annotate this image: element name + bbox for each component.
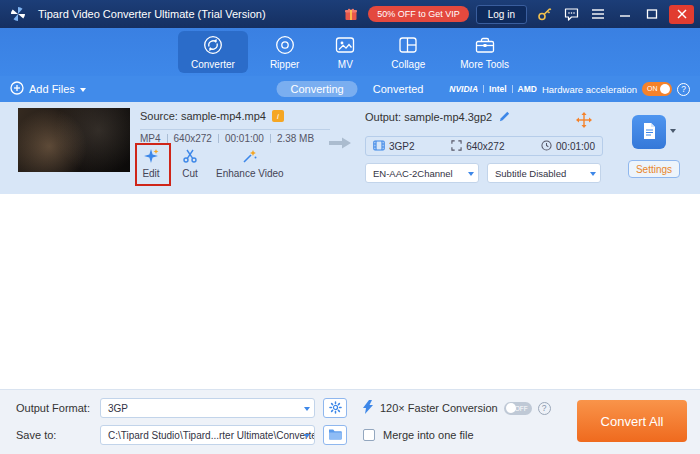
folder-icon [328,428,342,442]
divider [140,129,330,130]
lightning-icon [363,400,374,416]
tab-converting[interactable]: Converting [277,81,358,97]
resolution-segment: 640x272 [451,140,504,153]
output-duration-text: 00:01:00 [556,141,595,152]
source-filename: Source: sample-mp4.mp4 [140,110,266,122]
close-button[interactable] [669,5,694,24]
file-list-area [0,194,700,389]
gift-icon[interactable] [341,5,361,24]
chevron-down-icon [304,407,310,414]
tab-converted[interactable]: Converted [373,83,424,95]
profile-caret-icon[interactable] [670,129,676,136]
meta-duration: 00:01:00 [225,133,264,144]
app-logo-icon [8,5,28,24]
tab-label: MV [338,59,353,70]
maximize-button[interactable] [642,5,662,24]
cut-button[interactable]: Cut [177,148,203,179]
edit-star-icon [143,148,159,166]
subtitle-value: Subtitle Disabled [495,168,566,179]
meta-size: 2.38 MB [277,133,314,144]
app-window: Tipard Video Converter Ultimate (Trial V… [0,0,700,454]
output-resolution-text: 640x272 [466,141,504,152]
minimize-button[interactable] [615,5,635,24]
enhance-label: Enhance Video [216,168,284,179]
move-icon[interactable] [576,112,592,130]
format-settings-button[interactable] [323,398,347,418]
help-icon[interactable]: ? [677,83,690,96]
edit-button[interactable]: Edit [138,148,164,179]
faster-conversion-label: 120× Faster Conversion [380,402,498,414]
add-files-button[interactable]: Add Files [10,81,86,97]
format-segment: 3GP2 [373,140,415,153]
expand-icon [451,140,462,153]
clock-icon [541,140,552,153]
divider [512,85,513,93]
meta-resolution: 640x272 [174,133,212,144]
open-folder-button[interactable] [323,425,347,445]
tab-mv[interactable]: MV [321,31,369,73]
output-format-select[interactable]: 3GP [100,398,315,418]
login-button[interactable]: Log in [476,5,527,24]
merge-label: Merge into one file [383,429,474,441]
toggle-off-label: OFF [515,405,528,412]
toggle-on-label: ON [647,85,658,92]
convert-all-button[interactable]: Convert All [577,400,687,442]
hw-accel-toggle[interactable]: ON [642,82,672,96]
tab-converter[interactable]: Converter [178,31,248,73]
toolbox-icon [474,34,496,58]
window-title: Tipard Video Converter Ultimate (Trial V… [38,8,266,20]
promo-badge[interactable]: 50% OFF to Get VIP [368,6,469,22]
amd-label: AMD [518,84,537,94]
hardware-acceleration-group: NVIDIA Intel AMD Hardware acceleration O… [449,82,690,96]
tab-label: More Tools [460,59,509,70]
faster-conversion-toggle[interactable]: OFF [504,402,532,415]
audio-track-select[interactable]: EN-AAC-2Channel [365,163,479,183]
meta-format: MP4 [140,133,161,144]
output-filename: Output: sample-mp4.3gp2 [365,111,492,123]
enhance-video-button[interactable]: Enhance Video [216,148,284,179]
tab-more-tools[interactable]: More Tools [447,31,522,73]
info-icon[interactable]: i [272,110,284,122]
add-circle-icon [10,81,24,97]
rename-pencil-icon[interactable] [498,110,511,123]
settings-button[interactable]: Settings [628,160,680,178]
register-key-icon[interactable] [534,5,554,24]
intel-label: Intel [489,84,506,94]
save-path-value: C:\Tipard Studio\Tipard...rter Ultimate\… [108,430,315,441]
output-profile-button[interactable] [632,115,666,149]
filmstrip-icon [373,140,385,153]
magic-wand-icon [242,148,258,166]
titlebar: Tipard Video Converter Ultimate (Trial V… [0,0,700,28]
output-format-label: Output Format: [16,402,92,414]
bottom-bar: Output Format: 3GP [0,389,700,454]
queue-tabs: Converting Converted [277,81,424,97]
chevron-down-icon [304,434,310,441]
tab-label: Converter [191,59,235,70]
nvidia-label: NVIDIA [449,84,478,94]
divider [218,134,219,143]
chevron-down-icon [590,172,596,179]
toolbar: Add Files Converting Converted NVIDIA In… [0,76,700,102]
output-format-value: 3GP [108,403,128,414]
merge-checkbox[interactable] [363,429,375,441]
video-thumbnail[interactable] [18,108,130,172]
menu-icon[interactable] [588,5,608,24]
tab-label: Collage [391,59,425,70]
divider [270,134,271,143]
feedback-icon[interactable] [561,5,581,24]
subtitle-select[interactable]: Subtitle Disabled [487,163,601,183]
tab-ripper[interactable]: Ripper [257,31,312,73]
file-actions: Edit Cut En [138,148,284,179]
hw-accel-label: Hardware acceleration [542,84,637,95]
save-to-label: Save to: [16,429,92,441]
chevron-down-icon [468,172,474,179]
mv-icon [334,34,356,58]
output-format-text: 3GP2 [389,141,415,152]
tab-collage[interactable]: Collage [378,31,438,73]
file-row: Source: sample-mp4.mp4 i MP4 640x272 00:… [0,102,700,194]
save-path-select[interactable]: C:\Tipard Studio\Tipard...rter Ultimate\… [100,425,315,445]
audio-track-value: EN-AAC-2Channel [373,168,453,179]
help-icon[interactable]: ? [538,402,551,415]
converter-icon [202,34,224,58]
duration-segment: 00:01:00 [541,140,595,153]
